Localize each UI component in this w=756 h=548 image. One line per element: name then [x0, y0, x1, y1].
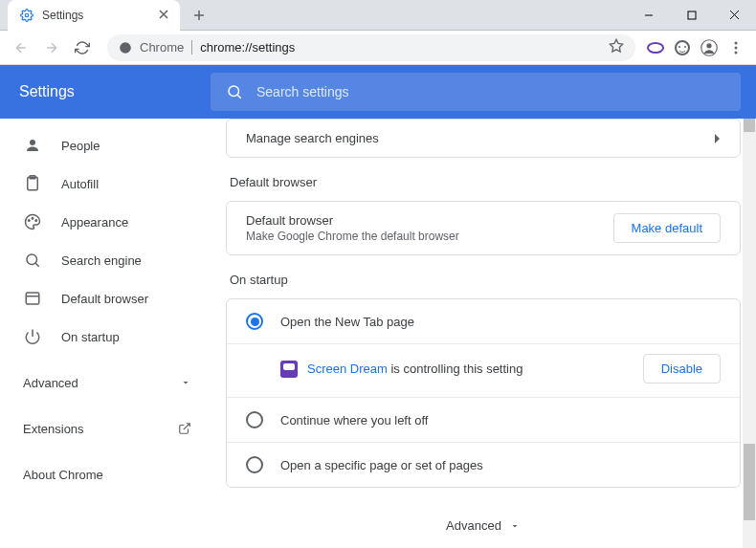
svg-point-0 [25, 13, 29, 17]
disable-extension-button[interactable]: Disable [643, 354, 721, 384]
svg-point-2 [120, 42, 131, 54]
tab-title: Settings [42, 9, 83, 22]
svg-marker-3 [610, 39, 622, 52]
menu-icon[interactable] [727, 39, 745, 56]
palette-icon [23, 213, 42, 230]
extension-controlling-text: is controlling this setting [388, 362, 523, 376]
advanced-expand[interactable]: Advanced [226, 516, 741, 534]
search-input[interactable] [256, 84, 725, 99]
about-label: About Chrome [23, 468, 103, 482]
chevron-right-icon [713, 133, 721, 144]
settings-search[interactable] [211, 73, 741, 111]
svg-point-12 [735, 51, 738, 54]
startup-option-continue[interactable]: Continue where you left off [227, 397, 740, 442]
toolbar-extensions [647, 39, 745, 56]
svg-point-10 [735, 41, 738, 44]
window-controls [627, 0, 756, 31]
svg-point-20 [27, 254, 37, 265]
advanced-label: Advanced [23, 376, 78, 390]
default-browser-title: Default browser [246, 213, 459, 228]
svg-point-19 [35, 220, 37, 222]
radio-icon[interactable] [246, 456, 263, 473]
sidebar-item-on-startup[interactable]: On startup [0, 318, 211, 356]
startup-option-specific[interactable]: Open a specific page or set of pages [227, 442, 740, 487]
svg-rect-1 [688, 11, 696, 19]
radio-label: Open the New Tab page [280, 315, 414, 329]
extension-name-link[interactable]: Screen Dream [307, 362, 388, 376]
settings-header: Settings [0, 65, 756, 119]
advanced-button-label: Advanced [446, 518, 501, 533]
close-icon[interactable] [157, 7, 170, 24]
radio-icon[interactable] [246, 411, 263, 428]
power-icon [23, 328, 42, 345]
extension-icon-2[interactable] [674, 39, 691, 56]
sidebar: People Autofill Appearance Search engine… [0, 119, 211, 548]
sidebar-item-label: On startup [61, 330, 120, 344]
extension-badge-icon [280, 361, 298, 378]
gear-icon [19, 8, 34, 23]
address-bar[interactable]: Chrome chrome://settings [107, 34, 635, 61]
svg-point-7 [684, 46, 686, 48]
manage-search-label: Manage search engines [246, 131, 379, 145]
sidebar-item-label: Appearance [61, 215, 128, 230]
on-startup-section-title: On startup [230, 273, 741, 287]
extension-controlling-notice: Screen Dream is controlling this setting… [227, 343, 740, 397]
maximize-button[interactable] [670, 0, 713, 31]
browser-icon [23, 290, 42, 307]
omnibox-prefix: Chrome [140, 40, 192, 55]
default-browser-subtitle: Make Google Chrome the default browser [246, 230, 459, 243]
sidebar-advanced-toggle[interactable]: Advanced [0, 363, 211, 402]
svg-point-6 [678, 46, 680, 48]
make-default-button[interactable]: Make default [613, 213, 721, 243]
browser-toolbar: Chrome chrome://settings [0, 31, 756, 65]
startup-option-new-tab[interactable]: Open the New Tab page [227, 299, 740, 343]
sidebar-item-label: Default browser [61, 292, 148, 306]
sidebar-item-appearance[interactable]: Appearance [0, 203, 211, 241]
extensions-label: Extensions [23, 422, 84, 436]
forward-button[interactable] [38, 34, 65, 61]
sidebar-item-label: Autofill [61, 177, 99, 191]
sidebar-item-label: Search engine [61, 253, 142, 268]
sidebar-extensions[interactable]: Extensions [0, 409, 211, 448]
sidebar-about[interactable]: About Chrome [0, 455, 211, 493]
profile-icon[interactable] [700, 39, 718, 56]
chevron-down-icon [509, 520, 521, 532]
svg-point-18 [32, 218, 33, 220]
manage-search-engines-row[interactable]: Manage search engines [227, 120, 740, 157]
svg-point-9 [706, 43, 711, 48]
extension-icon-1[interactable] [647, 39, 664, 56]
sidebar-item-people[interactable]: People [0, 126, 211, 164]
new-tab-button[interactable] [186, 2, 212, 29]
svg-point-17 [29, 220, 31, 222]
external-link-icon [178, 422, 191, 435]
sidebar-item-search-engine[interactable]: Search engine [0, 241, 211, 279]
advanced-button[interactable]: Advanced [446, 518, 521, 533]
window-titlebar: Settings [0, 0, 756, 31]
scrollbar[interactable] [743, 119, 756, 548]
svg-point-13 [229, 86, 239, 97]
svg-point-14 [30, 140, 35, 145]
search-icon [23, 252, 42, 269]
sidebar-item-default-browser[interactable]: Default browser [0, 279, 211, 318]
default-browser-section-title: Default browser [230, 175, 741, 189]
svg-rect-21 [26, 293, 39, 304]
sidebar-item-autofill[interactable]: Autofill [0, 164, 211, 203]
page-title: Settings [19, 83, 211, 100]
bookmark-icon[interactable] [609, 38, 624, 56]
clipboard-icon [23, 175, 42, 192]
reload-button[interactable] [69, 34, 96, 61]
minimize-button[interactable] [627, 0, 670, 31]
radio-label: Open a specific page or set of pages [280, 458, 483, 472]
svg-point-11 [735, 46, 738, 49]
browser-tab[interactable]: Settings [8, 0, 180, 31]
settings-content: Manage search engines Default browser De… [211, 119, 756, 548]
default-browser-row: Default browser Make Google Chrome the d… [227, 202, 740, 254]
radio-icon[interactable] [246, 313, 263, 330]
close-button[interactable] [713, 0, 756, 31]
search-icon [226, 83, 243, 100]
person-icon [23, 137, 42, 154]
omnibox-url: chrome://settings [200, 40, 295, 55]
back-button[interactable] [8, 34, 34, 61]
radio-label: Continue where you left off [280, 413, 428, 427]
sidebar-item-label: People [61, 139, 100, 153]
